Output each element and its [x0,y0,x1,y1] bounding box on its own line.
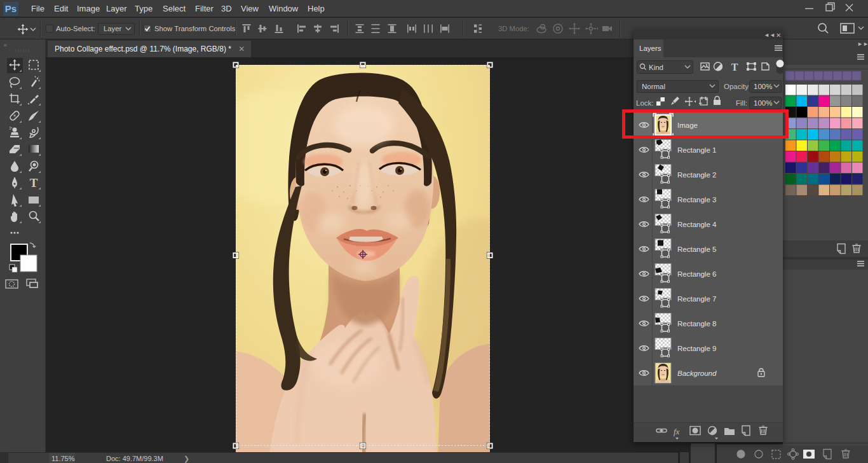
svg-text:✕: ✕ [776,32,781,39]
svg-text:Normal: Normal [642,83,665,90]
svg-text:Rectangle 7: Rectangle 7 [677,295,716,303]
svg-text:Fill:: Fill: [736,99,747,107]
svg-text:Rectangle 8: Rectangle 8 [677,320,716,328]
svg-text:Rectangle 9: Rectangle 9 [677,345,716,352]
svg-text:100%: 100% [754,83,772,90]
svg-text:Rectangle 5: Rectangle 5 [677,245,716,253]
svg-text:Rectangle 1: Rectangle 1 [677,146,716,154]
svg-text:Kind: Kind [649,64,663,71]
svg-text:Background: Background [677,370,717,377]
svg-text:Opacity:: Opacity: [724,83,750,90]
svg-text:100%: 100% [754,99,772,107]
svg-text:Lock:: Lock: [636,99,654,107]
svg-text:T: T [731,62,738,73]
svg-text:Rectangle 4: Rectangle 4 [677,221,717,228]
svg-text:Layers: Layers [639,45,661,52]
svg-text:◄◄: ◄◄ [764,32,775,38]
svg-text:Rectangle 3: Rectangle 3 [677,196,716,204]
svg-text:fx: fx [674,427,680,436]
svg-text:Rectangle 2: Rectangle 2 [677,171,716,179]
svg-text:Rectangle 6: Rectangle 6 [677,270,716,278]
